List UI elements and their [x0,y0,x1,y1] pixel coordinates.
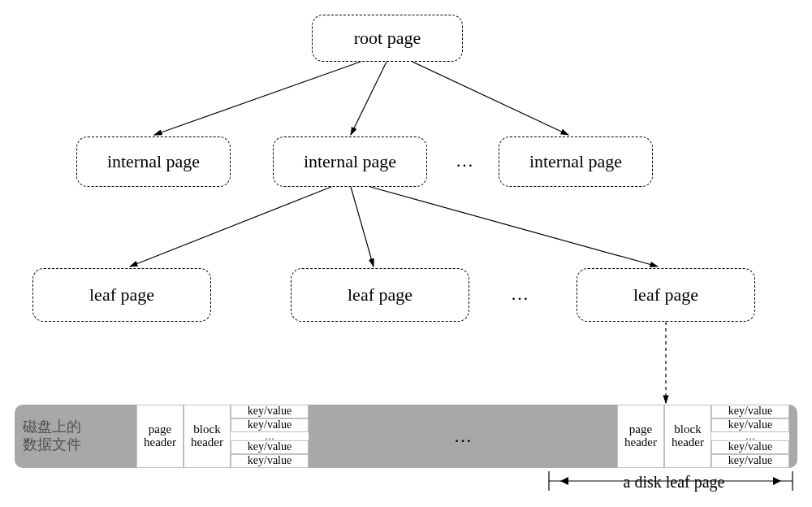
svg-line-0 [154,62,361,135]
svg-line-1 [351,62,387,135]
leaf-page-node-2: leaf page [291,268,469,322]
page-header-cell: page header [617,405,664,468]
root-page-node: root page [312,15,463,62]
disk-file-label: 磁盘上的 数据文件 [15,405,136,468]
internal-page-node-1: internal page [76,136,231,187]
disk-mid-ellipsis: … [309,405,617,468]
svg-line-3 [130,187,331,266]
disk-page-block-1: page header block header key/value key/v… [136,405,309,468]
leaf-ellipsis: … [503,284,536,304]
svg-line-4 [351,187,374,266]
kv-cell: key/value [711,454,789,468]
kv-cell: key/value [231,405,309,418]
disk-leaf-page-label: a disk leaf page [552,473,796,492]
kv-cell: key/value [231,454,309,468]
page-header-cell: page header [136,405,184,468]
leaf-page-node-1: leaf page [32,268,211,322]
internal-page-node-2: internal page [273,136,427,187]
block-header-cell: block header [664,405,711,468]
kv-column: key/value key/value … key/value key/valu… [231,405,309,468]
block-header-cell: block header [184,405,231,468]
kv-column: key/value key/value … key/value key/valu… [711,405,789,468]
kv-cell: key/value [231,440,309,454]
internal-page-node-3: internal page [499,136,653,187]
disk-file-label-line1: 磁盘上的 [23,418,81,436]
kv-dots: … [711,432,789,441]
disk-page-block-2: page header block header key/value key/v… [617,405,789,468]
kv-cell: key/value [711,405,789,418]
leaf-page-node-3: leaf page [577,268,755,322]
internal-ellipsis: … [448,151,481,171]
disk-file-label-line2: 数据文件 [23,436,81,454]
kv-dots: … [231,432,309,441]
kv-cell: key/value [711,440,789,454]
svg-line-5 [370,187,658,266]
disk-file-bar: 磁盘上的 数据文件 page header block header key/v… [15,405,797,468]
svg-line-2 [412,62,568,135]
